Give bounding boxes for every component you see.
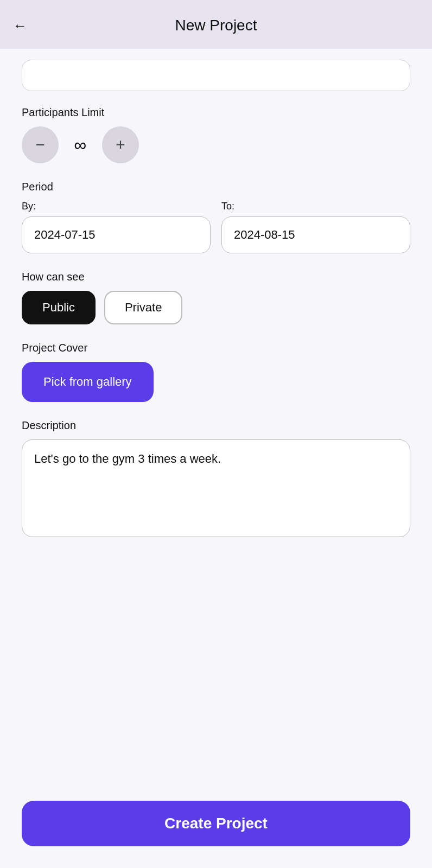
top-input-stub	[22, 60, 410, 91]
visibility-private-button[interactable]: Private	[104, 291, 182, 324]
visibility-section: How can see Public Private	[22, 271, 410, 324]
visibility-label: How can see	[22, 271, 410, 283]
visibility-public-button[interactable]: Public	[22, 291, 96, 324]
participants-value: ∞	[69, 135, 91, 155]
visibility-private-label: Private	[125, 301, 162, 314]
create-project-button[interactable]: Create Project	[22, 801, 410, 846]
period-section: Period By: To:	[22, 181, 410, 253]
participants-section: Participants Limit − ∞ +	[22, 106, 410, 163]
stepper-row: − ∞ +	[22, 126, 410, 163]
back-icon: ←	[13, 17, 27, 34]
pick-gallery-button[interactable]: Pick from gallery	[22, 362, 154, 402]
description-label: Description	[22, 419, 410, 432]
minus-icon: −	[35, 136, 45, 154]
period-to-field: To:	[221, 201, 410, 253]
decrement-button[interactable]: −	[22, 126, 59, 163]
plus-icon: +	[116, 136, 125, 154]
visibility-public-label: Public	[42, 301, 75, 314]
pick-gallery-label: Pick from gallery	[43, 375, 132, 388]
back-button[interactable]: ←	[13, 17, 27, 34]
visibility-row: Public Private	[22, 291, 410, 324]
content-area: Participants Limit − ∞ + Period By: To:	[0, 49, 432, 868]
page-title: New Project	[175, 17, 257, 34]
create-project-label: Create Project	[164, 815, 268, 832]
period-label: Period	[22, 181, 410, 193]
period-to-input[interactable]	[221, 216, 410, 253]
period-by-input[interactable]	[22, 216, 211, 253]
cover-section: Project Cover Pick from gallery	[22, 342, 410, 402]
description-section: Description Let's go to the gym 3 times …	[22, 419, 410, 539]
period-to-label: To:	[221, 201, 410, 212]
header: ← New Project	[0, 0, 432, 49]
description-textarea[interactable]: Let's go to the gym 3 times a week.	[22, 439, 410, 537]
increment-button[interactable]: +	[102, 126, 139, 163]
participants-label: Participants Limit	[22, 106, 410, 119]
cover-label: Project Cover	[22, 342, 410, 354]
period-by-label: By:	[22, 201, 211, 212]
period-by-field: By:	[22, 201, 211, 253]
period-row: By: To:	[22, 201, 410, 253]
